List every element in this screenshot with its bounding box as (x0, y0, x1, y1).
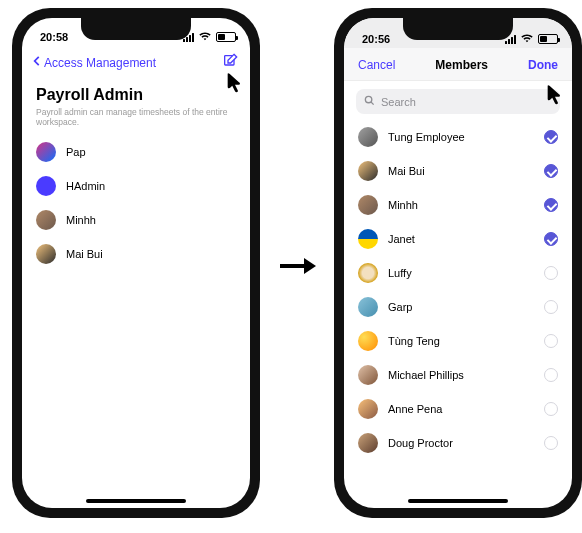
member-name: Michael Phillips (388, 369, 544, 381)
search-icon (364, 95, 375, 108)
avatar (358, 263, 378, 283)
modal-header: Cancel Members Done (344, 48, 572, 81)
avatar (358, 365, 378, 385)
member-name: Anne Pena (388, 403, 544, 415)
member-name: Minhh (388, 199, 544, 211)
avatar (358, 433, 378, 453)
chevron-left-icon (30, 54, 44, 71)
checkmark-icon[interactable] (544, 164, 558, 178)
status-icons (183, 32, 236, 43)
checkmark-icon[interactable] (544, 232, 558, 246)
done-button[interactable]: Done (528, 58, 558, 72)
wifi-icon (521, 34, 533, 45)
member-name: HAdmin (66, 180, 105, 192)
member-row[interactable]: HAdmin (22, 169, 250, 203)
svg-line-2 (371, 102, 374, 105)
avatar (36, 210, 56, 230)
selectable-row[interactable]: Garp (344, 290, 572, 324)
status-icons (505, 34, 558, 45)
avatar (358, 195, 378, 215)
screen-left: 20:58 Access Management (22, 18, 250, 508)
screen-right: 20:56 Cancel Members Done Search Tu (344, 18, 572, 508)
back-button[interactable]: Access Management (30, 54, 156, 71)
battery-icon (538, 34, 558, 44)
status-time: 20:58 (40, 31, 68, 43)
phone-right: 20:56 Cancel Members Done Search Tu (334, 8, 582, 518)
checkbox-empty[interactable] (544, 402, 558, 416)
status-time: 20:56 (362, 33, 390, 45)
selectable-row[interactable]: Tùng Teng (344, 324, 572, 358)
avatar (358, 399, 378, 419)
selectable-row[interactable]: Luffy (344, 256, 572, 290)
avatar (358, 161, 378, 181)
avatar (36, 244, 56, 264)
arrow-right-icon (280, 255, 316, 281)
checkmark-icon[interactable] (544, 130, 558, 144)
svg-point-1 (365, 96, 371, 102)
member-name: Tùng Teng (388, 335, 544, 347)
member-name: Mai Bui (388, 165, 544, 177)
notch (81, 18, 191, 40)
member-name: Garp (388, 301, 544, 313)
member-name: Tung Employee (388, 131, 544, 143)
role-description: Payroll admin can manage timesheets of t… (36, 107, 236, 127)
search-placeholder: Search (381, 96, 416, 108)
cancel-button[interactable]: Cancel (358, 58, 395, 72)
checkbox-empty[interactable] (544, 266, 558, 280)
checkbox-empty[interactable] (544, 436, 558, 450)
checkbox-empty[interactable] (544, 300, 558, 314)
selectable-row[interactable]: Doug Proctor (344, 426, 572, 460)
checkbox-empty[interactable] (544, 368, 558, 382)
selectable-row[interactable]: Anne Pena (344, 392, 572, 426)
checkbox-empty[interactable] (544, 334, 558, 348)
back-label: Access Management (44, 56, 156, 70)
home-indicator (408, 499, 508, 503)
member-name: Janet (388, 233, 544, 245)
avatar (358, 229, 378, 249)
modal-title: Members (435, 58, 488, 72)
avatar (358, 331, 378, 351)
selectable-row[interactable]: Michael Phillips (344, 358, 572, 392)
member-row[interactable]: Minhh (22, 203, 250, 237)
avatar (36, 142, 56, 162)
role-title: Payroll Admin (36, 86, 236, 104)
edit-button[interactable] (222, 53, 238, 72)
nav-bar: Access Management (22, 50, 250, 78)
avatar (358, 297, 378, 317)
wifi-icon (199, 32, 211, 43)
role-section: Payroll Admin Payroll admin can manage t… (22, 78, 250, 129)
compose-icon (222, 58, 238, 72)
member-row[interactable]: Mai Bui (22, 237, 250, 271)
phone-left: 20:58 Access Management (12, 8, 260, 518)
member-name: Luffy (388, 267, 544, 279)
selectable-row[interactable]: Mai Bui (344, 154, 572, 188)
member-name: Doug Proctor (388, 437, 544, 449)
avatar (36, 176, 56, 196)
notch (403, 18, 513, 40)
member-name: Mai Bui (66, 248, 103, 260)
home-indicator (86, 499, 186, 503)
member-name: Pap (66, 146, 86, 158)
member-name: Minhh (66, 214, 96, 226)
selectable-row[interactable]: Minhh (344, 188, 572, 222)
checkmark-icon[interactable] (544, 198, 558, 212)
avatar (358, 127, 378, 147)
battery-icon (216, 32, 236, 42)
member-row[interactable]: Pap (22, 135, 250, 169)
search-input[interactable]: Search (356, 89, 560, 114)
selectable-row[interactable]: Janet (344, 222, 572, 256)
selectable-row[interactable]: Tung Employee (344, 120, 572, 154)
